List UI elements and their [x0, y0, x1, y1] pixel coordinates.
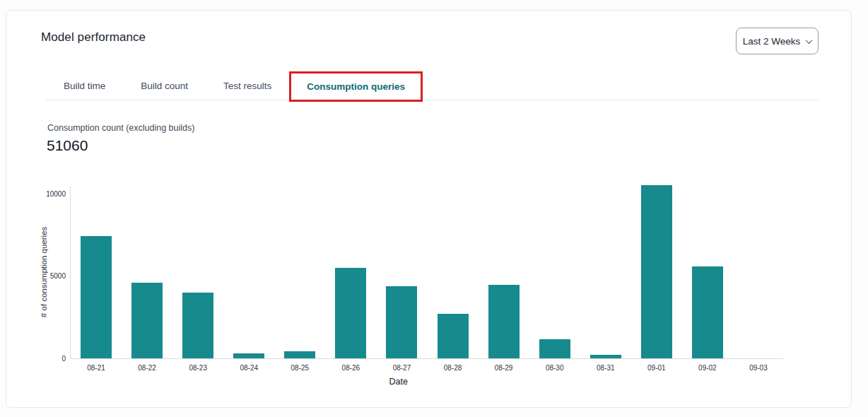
bar-08-21[interactable] [81, 236, 112, 358]
x-tick-08-28: 08-28 [444, 364, 462, 372]
tab-test-results[interactable]: Test results [206, 72, 289, 100]
x-tick-09-03: 09-03 [749, 364, 768, 372]
metric-value: 51060 [47, 137, 88, 154]
bar-08-26[interactable] [335, 268, 366, 358]
bar-08-31[interactable] [590, 355, 621, 358]
tab-bar: Build time Build count Test results Cons… [46, 72, 819, 100]
bar-08-24[interactable] [233, 353, 264, 358]
x-tick-08-21: 08-21 [87, 364, 105, 372]
tab-consumption-queries[interactable]: Consumption queries [289, 71, 423, 102]
chevron-down-icon [806, 37, 813, 44]
bar-09-01[interactable] [641, 185, 672, 358]
x-tick-08-24: 08-24 [240, 364, 258, 372]
x-tick-09-01: 09-01 [647, 364, 666, 372]
x-tick-08-22: 08-22 [138, 364, 156, 372]
y-axis-title: # of consumption queries [40, 227, 48, 318]
x-tick-08-31: 08-31 [597, 364, 615, 372]
page-title: Model performance [41, 30, 146, 45]
x-tick-09-02: 09-02 [698, 364, 717, 372]
model-performance-card: Model performance Last 2 Weeks Build tim… [6, 10, 852, 408]
tab-build-time[interactable]: Build time [46, 72, 123, 100]
bar-09-02[interactable] [692, 266, 723, 358]
bar-08-30[interactable] [539, 339, 570, 358]
bar-08-25[interactable] [284, 351, 315, 358]
x-tick-08-27: 08-27 [393, 364, 411, 372]
x-tick-08-25: 08-25 [291, 364, 310, 372]
bar-08-29[interactable] [488, 285, 520, 358]
tab-build-count[interactable]: Build count [123, 72, 206, 100]
bar-08-27[interactable] [386, 286, 417, 358]
x-tick-08-29: 08-29 [495, 364, 513, 372]
date-range-dropdown[interactable]: Last 2 Weeks [736, 28, 819, 54]
x-tick-08-30: 08-30 [546, 364, 564, 372]
consumption-bar-chart: # of consumption queries Date 0500010000… [70, 186, 783, 359]
bar-08-28[interactable] [438, 314, 469, 358]
x-tick-08-26: 08-26 [342, 364, 360, 372]
bar-08-23[interactable] [182, 293, 213, 358]
x-axis-title: Date [389, 377, 407, 387]
y-tick-5000: 5000 [50, 272, 66, 280]
y-tick-0: 0 [61, 355, 66, 363]
metric-label: Consumption count (excluding builds) [47, 123, 194, 133]
y-tick-10000: 10000 [46, 189, 66, 197]
x-tick-08-23: 08-23 [189, 364, 207, 372]
bar-08-22[interactable] [131, 283, 163, 358]
date-range-value: Last 2 Weeks [743, 36, 801, 47]
